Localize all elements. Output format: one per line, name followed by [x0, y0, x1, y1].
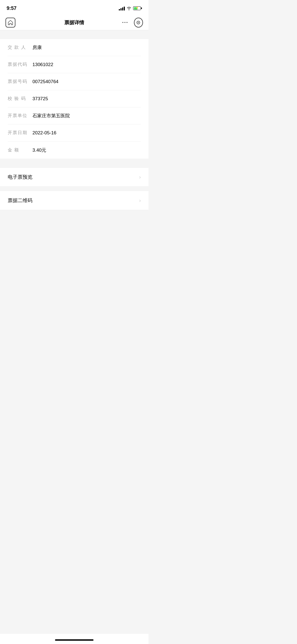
value-bill-code: 13061022 [32, 62, 141, 67]
content-area: 交 款 人 房康 票据代码 13061022 票据号码 0072540764 校… [0, 39, 148, 232]
value-verify-code: 373725 [32, 96, 141, 102]
label-issuer: 开票单位 [8, 113, 32, 119]
label-payer: 交 款 人 [8, 45, 32, 50]
value-issue-date: 2022-05-16 [32, 130, 141, 136]
scan-button[interactable] [134, 18, 143, 28]
chevron-right-icon-2: › [139, 198, 141, 203]
detail-row: 开票单位 石家庄市第五医院 [8, 107, 141, 124]
actions-section: 电子票预览 › 票据二维码 › [0, 167, 148, 210]
signal-icon [119, 6, 125, 10]
label-bill-code: 票据代码 [8, 62, 32, 67]
more-button[interactable]: ··· [121, 18, 130, 27]
qrcode-button[interactable]: 票据二维码 › [0, 191, 148, 210]
detail-row: 票据代码 13061022 [8, 56, 141, 73]
detail-card: 交 款 人 房康 票据代码 13061022 票据号码 0072540764 校… [0, 39, 148, 159]
label-verify-code: 校 验 码 [8, 96, 32, 102]
nav-bar: 票据详情 ··· [0, 15, 148, 30]
page-title: 票据详情 [28, 19, 121, 26]
status-time: 9:57 [7, 6, 16, 11]
status-bar: 9:57 ⚡ [0, 0, 148, 15]
label-bill-number: 票据号码 [8, 79, 32, 85]
detail-row: 票据号码 0072540764 [8, 73, 141, 90]
scan-icon [136, 20, 141, 25]
nav-right: ··· [121, 18, 143, 28]
detail-row: 金 额 3.40元 [8, 142, 141, 159]
preview-ticket-label: 电子票预览 [8, 174, 32, 180]
chevron-right-icon: › [139, 174, 141, 180]
value-bill-number: 0072540764 [32, 79, 141, 85]
value-issuer: 石家庄市第五医院 [32, 113, 141, 119]
home-icon [8, 20, 13, 25]
label-amount: 金 额 [8, 147, 32, 153]
detail-row: 校 验 码 373725 [8, 90, 141, 107]
status-icons: ⚡ [119, 6, 142, 10]
label-issue-date: 开票日期 [8, 130, 32, 136]
value-payer: 房康 [32, 44, 141, 51]
home-button[interactable] [6, 18, 15, 28]
detail-row: 开票日期 2022-05-16 [8, 124, 141, 142]
detail-row: 交 款 人 房康 [8, 39, 141, 56]
qrcode-label: 票据二维码 [8, 197, 32, 204]
bottom-spacer [0, 210, 148, 232]
wifi-icon [127, 6, 131, 10]
nav-left [6, 18, 28, 28]
svg-point-1 [138, 22, 139, 23]
battery-icon: ⚡ [133, 6, 142, 10]
value-amount: 3.40元 [32, 147, 141, 153]
preview-ticket-button[interactable]: 电子票预览 › [0, 167, 148, 187]
